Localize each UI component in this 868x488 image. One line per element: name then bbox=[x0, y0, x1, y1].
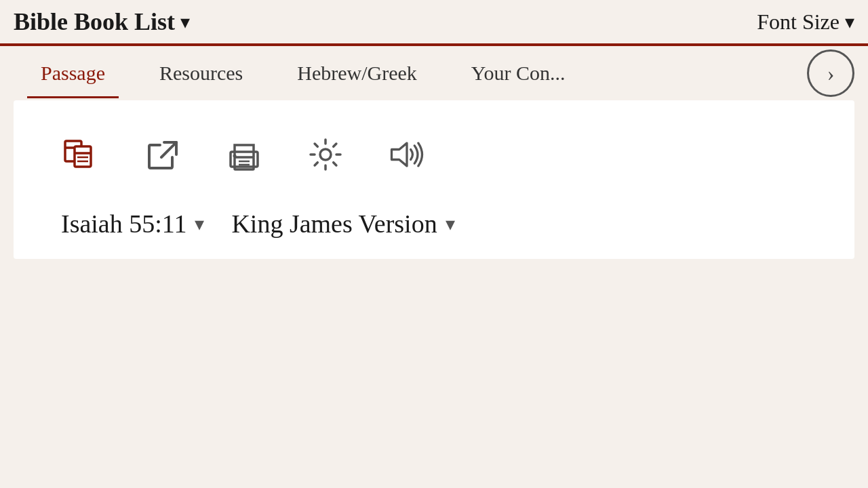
svg-point-11 bbox=[233, 155, 237, 158]
version-name: King James Version bbox=[231, 209, 437, 239]
header-right: Font Size ▾ bbox=[757, 9, 854, 35]
audio-icon[interactable] bbox=[387, 134, 427, 175]
header-left: Bible Book List ▾ bbox=[14, 7, 190, 36]
content-area: Isaiah 55:11 ▾ King James Version ▾ bbox=[14, 100, 854, 259]
svg-line-6 bbox=[161, 142, 176, 157]
bible-book-list-chevron[interactable]: ▾ bbox=[180, 11, 190, 33]
version-selector[interactable]: King James Version ▾ bbox=[231, 209, 454, 239]
passage-selector[interactable]: Isaiah 55:11 ▾ bbox=[61, 209, 204, 239]
tab-your-content[interactable]: Your Con... bbox=[444, 48, 593, 98]
print-icon[interactable] bbox=[224, 134, 264, 175]
tab-resources[interactable]: Resources bbox=[132, 48, 270, 98]
svg-marker-13 bbox=[392, 143, 408, 166]
passage-chevron-icon: ▾ bbox=[195, 213, 204, 235]
parallel-bible-icon[interactable] bbox=[61, 134, 102, 175]
svg-point-12 bbox=[320, 149, 331, 160]
header: Bible Book List ▾ Font Size ▾ bbox=[0, 0, 868, 43]
tab-passage[interactable]: Passage bbox=[14, 48, 132, 98]
tab-nav-next-button[interactable]: › bbox=[807, 49, 854, 97]
external-link-icon[interactable] bbox=[142, 134, 183, 175]
tab-navigation: Passage Resources Hebrew/Greek Your Con.… bbox=[0, 46, 868, 100]
toolbar bbox=[47, 121, 821, 195]
passage-row: Isaiah 55:11 ▾ King James Version ▾ bbox=[47, 195, 821, 239]
font-size-label: Font Size bbox=[757, 9, 840, 35]
settings-icon[interactable] bbox=[305, 134, 346, 175]
chevron-right-icon: › bbox=[827, 61, 835, 86]
passage-reference: Isaiah 55:11 bbox=[61, 209, 186, 239]
font-size-chevron[interactable]: ▾ bbox=[845, 11, 854, 33]
tab-hebrew-greek[interactable]: Hebrew/Greek bbox=[270, 48, 444, 98]
bible-book-list-title[interactable]: Bible Book List bbox=[14, 7, 175, 36]
version-chevron-icon: ▾ bbox=[446, 213, 455, 235]
